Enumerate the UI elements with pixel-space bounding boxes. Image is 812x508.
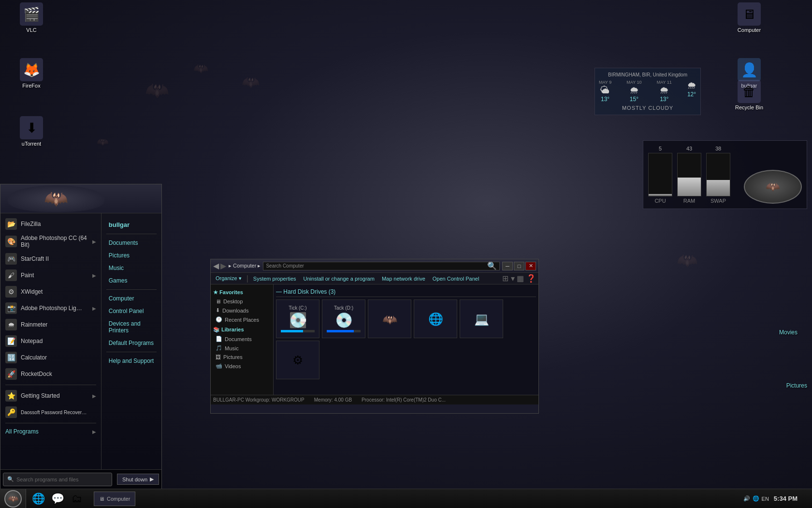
pictures-nav-icon: 🖼 bbox=[216, 354, 221, 360]
nav-downloads[interactable]: ⬇ Downloads bbox=[213, 306, 271, 315]
right-separator bbox=[106, 234, 157, 234]
right-default-programs[interactable]: Default Programs bbox=[102, 337, 161, 349]
right-devices-printers[interactable]: Devices and Printers bbox=[102, 317, 161, 337]
drive-d[interactable]: Tack (D:) 💿 bbox=[322, 299, 365, 338]
right-computer[interactable]: Computer bbox=[102, 292, 161, 305]
weather-description: MOSTLY CLOUDY bbox=[599, 105, 696, 111]
maximize-button[interactable]: □ bbox=[514, 262, 524, 270]
menu-item-rocketdock[interactable]: 🚀 RocketDock bbox=[0, 366, 101, 382]
shutdown-arrow: ▶ bbox=[150, 476, 154, 482]
desktop-icon-computer[interactable]: 🖥 Computer bbox=[732, 2, 766, 33]
weather-icon-2: 🌧 bbox=[657, 85, 672, 96]
menu-item-filezilla[interactable]: 📂 FileZilla bbox=[0, 216, 101, 232]
movies-label[interactable]: Movies bbox=[779, 329, 798, 336]
drive-extra-2[interactable]: 🌐 bbox=[414, 299, 457, 338]
search-box[interactable]: 🔍 Search programs and files bbox=[3, 473, 112, 486]
calculator-label: Calculator bbox=[21, 354, 47, 361]
right-games[interactable]: Games bbox=[102, 274, 161, 287]
map-network-button[interactable]: Map network drive bbox=[379, 276, 428, 282]
search-field[interactable]: Search Computer 🔍 bbox=[263, 262, 500, 270]
main-content: — Hard Disk Drives (3) Tick (C:) 💽 Tack … bbox=[274, 284, 538, 395]
status-memory: Memory: 4.00 GB bbox=[314, 397, 352, 403]
weather-widget: BIRMINGHAM, BIR, United Kingdom MAY 9 🌥 … bbox=[594, 68, 701, 115]
xwidget-icon: ⚙ bbox=[5, 286, 17, 298]
open-control-panel-button[interactable]: Open Control Panel bbox=[430, 276, 482, 282]
desktop-icon-firefox[interactable]: 🦊 FireFox bbox=[14, 58, 48, 89]
menu-item-xwidget[interactable]: ⚙ XWidget bbox=[0, 284, 101, 300]
taskbar-right: 🔊 🌐 EN 5:34 PM bbox=[743, 495, 812, 502]
filezilla-label: FileZilla bbox=[21, 221, 41, 227]
weather-day-3: 🌧 12° bbox=[687, 80, 696, 103]
system-properties-button[interactable]: System properties bbox=[251, 276, 299, 282]
window-taskbar-item[interactable]: 🖥 Computer bbox=[94, 492, 135, 506]
right-separator-2 bbox=[106, 289, 157, 290]
weather-temp-2: 13° bbox=[657, 96, 672, 103]
right-help-support[interactable]: Help and Support bbox=[102, 355, 161, 367]
help-button[interactable]: ❓ bbox=[526, 274, 536, 283]
lightroom-arrow: ▶ bbox=[92, 306, 96, 311]
daossoft-icon: 🔑 bbox=[5, 406, 17, 418]
menu-item-lightroom[interactable]: 📸 Adobe Photoshop Lightroom 4.4 64-bit ▶ bbox=[0, 300, 101, 316]
weather-location: BIRMINGHAM, BIR, United Kingdom bbox=[599, 72, 696, 77]
weather-date-1: MAY 10 bbox=[626, 80, 641, 85]
right-music[interactable]: Music bbox=[102, 262, 161, 274]
menu-item-notepad[interactable]: 📝 Notepad bbox=[0, 333, 101, 349]
videos-nav-icon: 📹 bbox=[216, 363, 222, 369]
nav-videos[interactable]: 📹 Videos bbox=[213, 361, 271, 371]
drive-extra-4[interactable]: ⚙ bbox=[276, 341, 319, 379]
drive-extra-3[interactable]: 💻 bbox=[460, 299, 503, 338]
nav-recent[interactable]: 🕐 Recent Places bbox=[213, 315, 271, 324]
menu-item-starcraft[interactable]: 🎮 StarCraft II bbox=[0, 251, 101, 267]
drive-c-bar-outer bbox=[281, 330, 315, 332]
view-icons[interactable]: ⊞ ▾ ▦ bbox=[502, 274, 524, 283]
nav-forward[interactable]: ▶ bbox=[220, 261, 226, 270]
drive-c[interactable]: Tick (C:) 💽 bbox=[276, 299, 319, 338]
close-button[interactable]: ✕ bbox=[525, 262, 536, 270]
drive-c-name: Tick (C:) bbox=[289, 305, 306, 311]
taskbar-icon-chat[interactable]: 💬 bbox=[48, 489, 67, 508]
menu-item-getting-started[interactable]: ⭐ Getting Started ▶ bbox=[0, 388, 101, 404]
nav-music[interactable]: 🎵 Music bbox=[213, 344, 271, 353]
nav-desktop[interactable]: 🖥 Desktop bbox=[213, 297, 271, 306]
desktop-icon-recycle[interactable]: 🗑 Recycle Bin bbox=[732, 80, 766, 110]
menu-item-paint[interactable]: 🖌 Paint ▶ bbox=[0, 267, 101, 284]
desktop-icon-utorrent[interactable]: ⬇ uTorrent bbox=[14, 116, 48, 147]
swap-value: 38 bbox=[715, 146, 721, 151]
downloads-nav-icon: ⬇ bbox=[216, 307, 220, 314]
menu-item-calculator[interactable]: 🔢 Calculator bbox=[0, 349, 101, 366]
status-processor: Processor: Intel(R) Core(TM)2 Duo C... bbox=[362, 397, 446, 403]
swap-bar-outer bbox=[706, 153, 730, 196]
right-control-panel[interactable]: Control Panel bbox=[102, 305, 161, 317]
search-icon: 🔍 bbox=[487, 261, 497, 270]
taskbar-icon-explorer[interactable]: 🗂 bbox=[67, 489, 87, 508]
shutdown-button[interactable]: Shut down ▶ bbox=[117, 474, 159, 485]
drive-d-bar bbox=[327, 330, 354, 332]
start-button[interactable]: 🦇 bbox=[0, 489, 26, 508]
right-documents[interactable]: Documents bbox=[102, 237, 161, 249]
organize-button[interactable]: Organize ▾ bbox=[213, 275, 244, 282]
drive-c-icon: 💽 bbox=[289, 312, 307, 329]
batman-badge: 🦇 bbox=[744, 170, 802, 204]
file-explorer-window[interactable]: ◀ ▶ ▸ Computer ▸ Search Computer 🔍 ─ □ ✕… bbox=[210, 259, 539, 414]
nav-pictures[interactable]: 🖼 Pictures bbox=[213, 353, 271, 361]
drive-d-bar-outer bbox=[327, 330, 361, 332]
all-programs-item[interactable]: All Programs ▶ bbox=[0, 426, 101, 437]
right-separator-3 bbox=[106, 352, 157, 352]
drive-extra-1[interactable]: 🦇 bbox=[368, 299, 411, 338]
taskbar-icon-ie[interactable]: 🌐 bbox=[29, 489, 48, 508]
nav-documents[interactable]: 📄 Documents bbox=[213, 334, 271, 344]
menu-item-photoshop-cc[interactable]: 🎨 Adobe Photoshop CC (64 Bit) ▶ bbox=[0, 232, 101, 251]
minimize-button[interactable]: ─ bbox=[502, 262, 513, 270]
daossoft-label: Daossoft Password Recovery Bundle 2012 P… bbox=[21, 410, 88, 415]
window-taskbar-label: Computer bbox=[107, 496, 130, 502]
pictures-label[interactable]: Pictures bbox=[786, 382, 807, 389]
uninstall-button[interactable]: Uninstall or change a program bbox=[301, 276, 377, 282]
menu-item-rainmeter[interactable]: 🌧 Rainmeter bbox=[0, 316, 101, 333]
right-pictures[interactable]: Pictures bbox=[102, 249, 161, 262]
favorites-title: ★ Favorites bbox=[213, 289, 271, 296]
menu-item-daossoft[interactable]: 🔑 Daossoft Password Recovery Bundle 2012… bbox=[0, 404, 101, 420]
system-bars: 5 CPU 43 RAM 38 bbox=[643, 140, 807, 209]
active-window-button[interactable]: 🖥 Computer bbox=[94, 492, 135, 506]
nav-back[interactable]: ◀ bbox=[213, 261, 219, 270]
desktop-icon-vlc[interactable]: 🎬 VLC bbox=[14, 2, 48, 33]
